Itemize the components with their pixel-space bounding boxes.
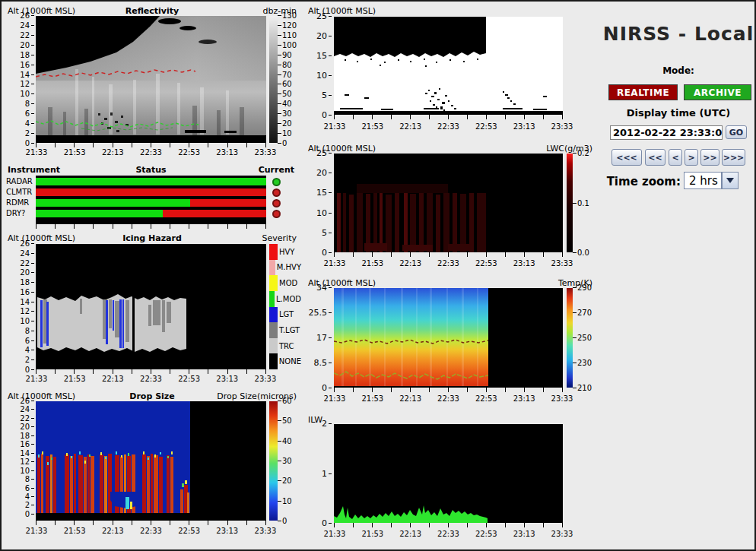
archive-button[interactable]: ARCHIVE xyxy=(684,84,751,100)
status-panel xyxy=(36,176,266,224)
tick-label: 40 xyxy=(278,437,292,445)
tick-label: 2 xyxy=(25,501,34,509)
tick-label: 4 xyxy=(25,492,34,501)
tick-label: 12 xyxy=(20,458,34,466)
status-header: Instrument Status Current xyxy=(8,166,294,175)
tick-label: 40 xyxy=(278,100,292,108)
legend-item: MOD xyxy=(269,275,301,291)
tick-label: 21:53 xyxy=(360,530,386,538)
tick-label: 10 xyxy=(316,209,332,217)
reflectivity-colorbar-ticks: 1301201101009080706050403020100 xyxy=(278,11,297,147)
tick-label: 23:13 xyxy=(214,148,240,157)
tick-label: 23:33 xyxy=(549,394,575,403)
tick-label: 21:33 xyxy=(24,375,49,383)
lwc-y-axis: 2520151050 xyxy=(310,149,332,257)
tick-label: 15 xyxy=(316,188,332,197)
lwc-header: Alt (1000ft MSL) LWC(g/m3) xyxy=(308,144,592,154)
icing-x-axis: 21:3321:5322:1322:3322:5323:1323:33 xyxy=(24,375,278,383)
dropsize-header: Alt (1000ft MSL) Drop Size Drop Size(mic… xyxy=(8,392,297,401)
reflectivity-plot xyxy=(36,16,266,143)
status-x-ticks xyxy=(36,224,266,229)
temp-x-ticks xyxy=(334,388,563,392)
tick-label: 22:13 xyxy=(398,394,424,403)
temp-y-axis: 3425.5178.50 xyxy=(306,283,332,392)
tick-label: 22:33 xyxy=(138,375,164,383)
tick-label: 15 xyxy=(316,52,332,60)
dropsize-plot xyxy=(36,401,266,521)
tick-label: 100 xyxy=(278,41,297,49)
cloud-y-axis: 2520151050 xyxy=(310,12,332,119)
tick-label: 26 xyxy=(20,239,34,248)
tick-label: 24 xyxy=(20,21,34,30)
tick-label: 22:53 xyxy=(473,394,499,403)
tick-label: 23:33 xyxy=(549,122,575,131)
tick-label: 25 xyxy=(316,149,332,157)
tick-label: 6 xyxy=(25,337,34,345)
tick-label: 21:53 xyxy=(360,122,386,131)
tick-label: 0.2 xyxy=(573,149,589,157)
tick-label: 70 xyxy=(278,71,292,79)
ilw-y-axis: 210 xyxy=(314,420,332,527)
tick-label: 23:13 xyxy=(511,394,537,403)
lwc-colorbar xyxy=(567,154,573,252)
tick-label: 21:53 xyxy=(62,148,87,157)
reflectivity-header: Alt (1000ft MSL) Reflectivity dbz-min xyxy=(8,7,297,16)
tick-label: 8 xyxy=(25,475,34,483)
display-time-input[interactable] xyxy=(610,125,723,140)
time-zoom-select[interactable]: 2 hrs xyxy=(684,172,722,189)
legend-item: TRC xyxy=(269,338,301,354)
realtime-button[interactable]: REALTIME xyxy=(608,84,678,100)
tick-label: 0 xyxy=(25,510,34,518)
status-bar-clmtr xyxy=(36,188,266,196)
legend-item: HVY xyxy=(269,244,301,260)
nav-step-forward-button[interactable]: > xyxy=(685,149,698,166)
time-zoom-label: Time zoom: xyxy=(602,175,681,188)
tick-label: 21:33 xyxy=(322,259,348,268)
tick-label: 22:33 xyxy=(435,530,461,538)
nav-back-button[interactable]: << xyxy=(645,149,665,166)
status-bar-rdmr xyxy=(36,199,266,207)
tick-label: 10 xyxy=(20,90,34,98)
tick-label: 16 xyxy=(20,61,34,69)
tick-label: 26 xyxy=(20,11,34,20)
time-zoom-dropdown-button[interactable] xyxy=(722,172,739,189)
icing-y-axis: 26242220181614121086420 xyxy=(12,239,34,374)
ilw-x-ticks xyxy=(334,523,563,527)
temp-colorbar-ticks: 290270250230210 xyxy=(573,283,592,392)
tick-label: 18 xyxy=(20,278,34,287)
tick-label: 22:33 xyxy=(435,259,461,268)
nav-step-back-button[interactable]: < xyxy=(669,149,682,166)
tick-label: 60 xyxy=(278,80,292,88)
legend-item: L.MOD xyxy=(269,291,301,307)
tick-label: 22:53 xyxy=(176,375,202,383)
nav-fast-back-button[interactable]: <<< xyxy=(611,149,642,166)
tick-label: 21:33 xyxy=(24,148,49,157)
status-current-indicator xyxy=(272,199,281,207)
status-current-indicator xyxy=(272,178,281,186)
icing-plot xyxy=(36,244,266,369)
tick-label: 4 xyxy=(25,119,34,128)
icing-header: Alt (1000ft MSL) Icing Hazard Severity xyxy=(8,234,297,243)
mode-label: Mode: xyxy=(602,65,754,76)
temp-colorbar xyxy=(567,288,573,388)
lwc-plot xyxy=(334,154,563,252)
nav-forward-button[interactable]: >> xyxy=(700,149,719,166)
tick-label: 0 xyxy=(322,384,332,392)
tick-label: 22:13 xyxy=(398,530,424,538)
nav-fast-forward-button[interactable]: >>> xyxy=(722,149,745,166)
tick-label: 20 xyxy=(278,477,292,485)
temp-plot xyxy=(334,288,563,388)
tick-label: 1 xyxy=(322,470,332,478)
tick-label: 0 xyxy=(322,111,332,119)
icing-legend-label: Severity xyxy=(262,234,297,243)
reflectivity-colorbar xyxy=(269,16,278,143)
tick-label: 21:33 xyxy=(322,122,348,131)
tick-label: 23:13 xyxy=(214,375,240,383)
tick-label: 270 xyxy=(573,309,592,317)
tick-label: 0 xyxy=(322,249,332,257)
temp-x-axis: 21:3321:5322:1322:3322:5323:1323:33 xyxy=(322,394,575,403)
tick-label: 6 xyxy=(25,484,34,492)
tick-label: 26 xyxy=(20,397,34,405)
tick-label: 22 xyxy=(20,31,34,40)
go-button[interactable]: GO xyxy=(726,125,747,139)
